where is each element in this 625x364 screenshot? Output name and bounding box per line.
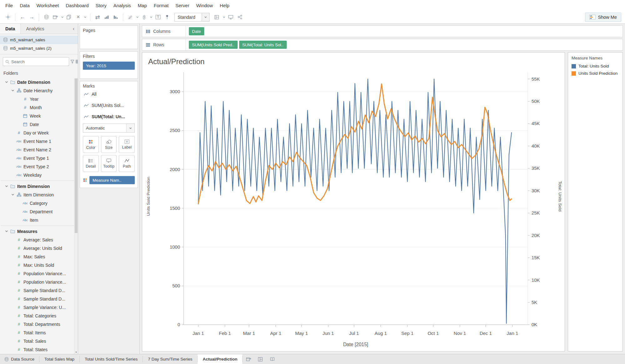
tableau-logo-icon[interactable] [4, 13, 12, 22]
field-item-dimension[interactable]: Item Dimension [1, 182, 74, 190]
field-max-units-sold[interactable]: #Max: Units Sold [1, 261, 74, 269]
filter-pill-year-2015[interactable]: Year: 2015 [83, 62, 135, 70]
search-box[interactable] [3, 57, 69, 66]
columns-shelf[interactable]: Columns Date [142, 25, 623, 37]
tab-analytics[interactable]: Analytics [21, 24, 49, 34]
field-total-stores[interactable]: #Total: Stores [1, 354, 74, 354]
search-input[interactable] [11, 59, 67, 64]
menu-story[interactable]: Story [92, 1, 110, 10]
highlight-icon[interactable] [126, 13, 134, 22]
field-event-type-2[interactable]: AbcEvent Type 2 [1, 162, 74, 171]
new-worksheet-icon[interactable] [51, 13, 59, 22]
field-event-name-2[interactable]: AbcEvent Name 2 [1, 145, 74, 154]
chevron-down-icon[interactable] [4, 185, 9, 187]
sheet-tab-total-sales-map[interactable]: Total Sales Map [39, 354, 79, 364]
rows-shelf[interactable]: Rows SUM(Units Sold Pred..SUM(Total: Uni… [142, 39, 623, 51]
field-day-or-week[interactable]: #Day or Week [1, 129, 74, 137]
marks-layer-all[interactable]: All [83, 88, 135, 100]
field-year[interactable]: #Year [1, 95, 74, 103]
new-dashboard-button[interactable] [255, 354, 266, 364]
field-category[interactable]: AbcCategory [1, 199, 74, 207]
mark-type-dropdown[interactable]: Automatic [83, 124, 135, 133]
menu-analysis[interactable]: Analysis [110, 1, 134, 10]
field-total-categories[interactable]: #Total: Categories [1, 311, 74, 320]
collapse-pane-icon[interactable]: ‹ [69, 24, 78, 34]
series-line-total-units-sold[interactable] [198, 79, 512, 324]
measure-names-pill[interactable]: Measure Nam.. [89, 176, 135, 184]
pages-shelf[interactable]: Pages [80, 25, 138, 49]
duplicate-icon[interactable] [65, 13, 73, 22]
tab-data[interactable]: Data [0, 24, 21, 34]
clear-sheet-icon[interactable]: × [74, 13, 82, 22]
chevron-down-icon[interactable] [202, 13, 209, 21]
field-date-dimension[interactable]: Date Dimension [1, 78, 74, 86]
new-datasource-icon[interactable] [42, 13, 50, 22]
label-button[interactable]: TLabel [119, 136, 135, 153]
field-sample-standard-d[interactable]: #Sample Standard D... [1, 286, 74, 295]
datasource-item-m5-walmart-sales[interactable]: m5_walmart_sales [0, 36, 78, 44]
sheet-tab-7-day-sum-time-series[interactable]: 7 Day Sum/Time Series [143, 354, 197, 364]
fix-axes-icon[interactable] [163, 13, 171, 22]
chevron-down-icon[interactable] [10, 194, 16, 196]
field-event-type-1[interactable]: AbcEvent Type 1 [1, 154, 74, 162]
field-max-sales[interactable]: #Max: Sales [1, 252, 74, 261]
field-week[interactable]: Week [1, 112, 74, 120]
chevron-down-icon[interactable] [126, 124, 134, 132]
marks-layer-sum-total-un[interactable]: SUM(Total: Un... [83, 111, 135, 122]
chevron-down-icon[interactable] [83, 13, 87, 22]
redo-icon[interactable]: → [28, 13, 36, 22]
color-button[interactable]: Color [83, 136, 99, 153]
show-me-button[interactable]: Show Me [585, 13, 621, 22]
fit-selector[interactable]: Standard [174, 13, 209, 22]
filters-shelf[interactable]: Filters Year: 2015 [80, 51, 138, 79]
swap-rows-columns-icon[interactable]: ⇄ [93, 13, 102, 22]
show-mark-labels-icon[interactable]: T [154, 13, 162, 22]
pill-sum-total-units-sol[interactable]: SUM(Total: Units Sol.. [239, 41, 287, 49]
view-data-icon[interactable] [76, 58, 78, 65]
marks-layer-sum-units-sol[interactable]: SUM(Units Sol... [83, 100, 135, 111]
datasource-item-m5-walmart-sales-2[interactable]: m5_walmart_sales (2) [0, 44, 78, 53]
field-item-dimension[interactable]: Item Dimension [1, 190, 74, 199]
field-sample-variance-u[interactable]: #Sample Variance: U... [1, 303, 74, 311]
chevron-down-icon[interactable] [10, 89, 16, 92]
field-population-variance[interactable]: #Population Variance... [1, 269, 74, 278]
field-average-sales[interactable]: #Average: Sales [1, 235, 74, 244]
sheet-tab-total-units-sold-time-series[interactable]: Total Units Sold/Time Series [80, 354, 143, 364]
sheet-tab-actual-prediction[interactable]: Actual/Prediction [198, 354, 242, 364]
menu-help[interactable]: Help [216, 1, 233, 10]
field-weekday[interactable]: AbcWeekday [1, 171, 74, 179]
menu-window[interactable]: Window [193, 1, 216, 10]
pill-sum-units-sold-pred[interactable]: SUM(Units Sold Pred.. [189, 41, 238, 49]
chevron-down-icon[interactable] [135, 13, 139, 22]
chevron-down-icon[interactable] [222, 13, 226, 22]
undo-icon[interactable]: ← [18, 13, 27, 22]
field-total-items[interactable]: #Total: Items [1, 328, 74, 337]
chevron-down-icon[interactable] [149, 13, 153, 22]
chevron-down-icon[interactable] [4, 81, 9, 83]
data-source-tab[interactable]: Data Source [0, 354, 39, 364]
filter-icon[interactable] [70, 58, 74, 65]
menu-server[interactable]: Server [172, 1, 193, 10]
menu-file[interactable]: File [2, 1, 16, 10]
menu-format[interactable]: Format [150, 1, 172, 10]
menu-map[interactable]: Map [134, 1, 150, 10]
legend-item-units-sold-prediction[interactable]: Units Sold Prediction [572, 71, 619, 76]
tooltip-button[interactable]: Tooltip [101, 155, 117, 172]
field-date-hierarchy[interactable]: Date Hierarchy [1, 86, 74, 95]
scroll-down-icon[interactable]: ▾ [74, 351, 78, 354]
chart-plot[interactable]: 0500100015002000250030000K5K10K15K20K25K… [152, 67, 556, 351]
field-total-states[interactable]: #Total: States [1, 345, 74, 354]
field-total-departments[interactable]: #Total: Departments [1, 320, 74, 328]
share-icon[interactable] [236, 13, 244, 22]
field-total-sales[interactable]: #Total: Sales [1, 337, 74, 345]
field-population-variance[interactable]: #Population Variance... [1, 278, 74, 286]
presentation-mode-icon[interactable] [227, 13, 235, 22]
field-average-units-sold[interactable]: #Average: Units Sold [1, 244, 74, 252]
size-button[interactable]: Size [101, 136, 117, 153]
menu-dashboard[interactable]: Dashboard [62, 1, 92, 10]
detail-button[interactable]: Detail [83, 155, 99, 172]
field-sample-standard-d[interactable]: #Sample Standard D... [1, 295, 74, 303]
field-measures[interactable]: Measures [1, 227, 74, 235]
field-item[interactable]: AbcItem [1, 216, 74, 224]
chevron-down-icon[interactable] [4, 230, 9, 232]
